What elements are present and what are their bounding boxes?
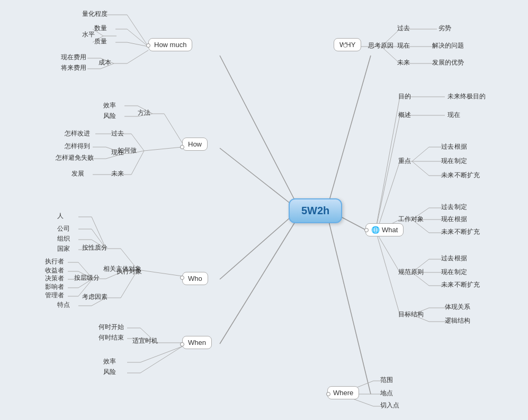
howmuch-label: How much (148, 38, 192, 51)
why-fazhan: 发展的优势 (432, 58, 464, 67)
what-gongzuo-buduan: 不断扩充 (454, 227, 480, 236)
who-guanli: 管理者 (45, 291, 64, 300)
dot-howmuch (146, 43, 150, 48)
when-node[interactable]: When (182, 336, 212, 349)
what-mubiao-tixian: 体现关系 (445, 303, 470, 312)
what-mudi: 目的 (398, 92, 411, 101)
who-anxingzhi: 按性质分 (82, 243, 108, 252)
svg-line-3 (220, 220, 297, 344)
howmuch-shuliang: 数量 (94, 24, 107, 33)
how-zenyangshibai: 怎样避免失败 (56, 153, 94, 162)
howmuch-node[interactable]: How much (148, 38, 192, 51)
center-node[interactable]: 5W2h (289, 198, 342, 223)
howmuch-zhiliang: 质量 (94, 37, 107, 46)
what-node[interactable]: 🌐What (365, 223, 404, 236)
svg-line-4 (328, 56, 371, 204)
svg-line-1 (220, 148, 294, 206)
what-label: 🌐What (365, 223, 404, 236)
what-guifan-weilai: 未来 (441, 280, 454, 289)
dot-how (180, 145, 184, 149)
where-label: Where (327, 386, 359, 399)
how-fazhan: 发展 (71, 169, 84, 178)
what-gongzuo-genju: 根据 (454, 215, 467, 224)
mind-map: 5W2h How much 量化程度 数量 质量 水平 成本 现在费用 将来费用… (0, 0, 528, 420)
what-zhongdian-xianzai: 现在 (441, 157, 454, 166)
how-fengxian: 风险 (103, 112, 116, 121)
svg-line-7 (127, 15, 148, 47)
who-juece: 决策者 (45, 274, 64, 283)
why-node[interactable]: WHY (334, 38, 361, 51)
why-liebi: 劣势 (438, 24, 451, 33)
svg-line-76 (140, 346, 182, 362)
what-icon: 🌐 (371, 226, 380, 234)
what-zhongdian: 重点 (398, 157, 411, 166)
dot-who (180, 276, 184, 280)
why-weilai: 未来 (397, 58, 410, 67)
what-guifan-guoqu: 过去 (441, 254, 454, 263)
what-mudi-weilai: 未来终极目的 (448, 92, 486, 101)
howmuch-shuiping: 水平 (82, 30, 95, 39)
svg-line-109 (412, 161, 429, 176)
how-zenyangedao: 怎样得到 (65, 142, 90, 151)
who-tedian: 特点 (57, 300, 70, 309)
when-fengxian: 风险 (103, 368, 116, 377)
where-qierудian: 切入点 (380, 401, 399, 410)
howmuch-xianzai-feiyong: 现在费用 (61, 53, 86, 62)
when-heshikaishi: 何时开始 (99, 323, 124, 332)
where-didian: 地点 (380, 389, 393, 398)
svg-line-0 (220, 56, 297, 204)
why-jiejue: 解决的问题 (432, 41, 464, 50)
what-zhongdian-zhiding: 制定 (454, 157, 467, 166)
svg-line-16 (127, 50, 148, 63)
svg-line-28 (144, 147, 182, 151)
how-label: How (182, 138, 208, 151)
what-gongzuo-zhiding: 制定 (454, 203, 467, 212)
who-gongsi: 公司 (57, 224, 70, 233)
when-shiyishiji: 适宜时机 (132, 336, 158, 345)
dot-where (326, 392, 330, 396)
svg-line-2 (220, 214, 294, 279)
where-node[interactable]: Where (327, 386, 359, 399)
dot-why (343, 43, 347, 48)
howmuch-lianghua: 量化程度 (82, 10, 108, 19)
what-gongzuo-xianzai: 现在 (441, 215, 454, 224)
who-yingxiang: 影响者 (45, 282, 64, 291)
how-xianzai: 现在 (111, 148, 124, 157)
what-gaoshu-xianzai: 现在 (448, 111, 460, 120)
dot-when (180, 342, 184, 346)
when-label: When (182, 336, 212, 349)
svg-line-103 (412, 147, 429, 161)
why-guoqu: 过去 (397, 24, 410, 33)
why-label: WHY (334, 38, 361, 51)
svg-line-93 (376, 97, 400, 227)
what-zhongdian-guoqu: 过去 (441, 142, 454, 151)
svg-line-97 (376, 115, 400, 229)
what-zhongdian-genju: 根据 (454, 142, 467, 151)
center-label: 5W2h (289, 198, 342, 223)
svg-line-9 (127, 29, 148, 47)
svg-line-78 (140, 346, 182, 373)
how-guoqu: 过去 (111, 129, 124, 138)
when-xiaolv: 效率 (103, 357, 116, 366)
why-sikao: 思考原因 (368, 41, 393, 50)
why-xianzai: 现在 (397, 41, 410, 50)
who-node[interactable]: Who (182, 272, 208, 285)
how-node[interactable]: How (182, 138, 208, 151)
what-zhongdian-buduan: 不断扩充 (454, 171, 480, 180)
how-zenyangggaijin: 怎样改进 (65, 129, 90, 138)
svg-line-101 (377, 161, 400, 230)
who-guojia: 国家 (57, 244, 70, 253)
who-zuzhi: 组织 (57, 234, 70, 243)
when-heshijieshu: 何时结束 (99, 333, 124, 342)
svg-line-22 (164, 114, 182, 143)
how-fangfa: 方法 (138, 108, 150, 117)
what-gongzuo-guoqu: 过去 (441, 203, 454, 212)
what-guifan-zhiding: 制定 (454, 268, 467, 277)
what-guifan-xianzai: 现在 (441, 268, 454, 277)
svg-line-134 (377, 235, 400, 315)
howmuch-chengben: 成本 (99, 58, 111, 67)
what-guifan-buduan: 不断扩充 (454, 280, 480, 289)
what-guifan: 规范原则 (398, 268, 424, 277)
who-ancengji: 按层级分 (74, 273, 100, 282)
who-zhixing-duixiang: 执行对象 (117, 267, 142, 276)
